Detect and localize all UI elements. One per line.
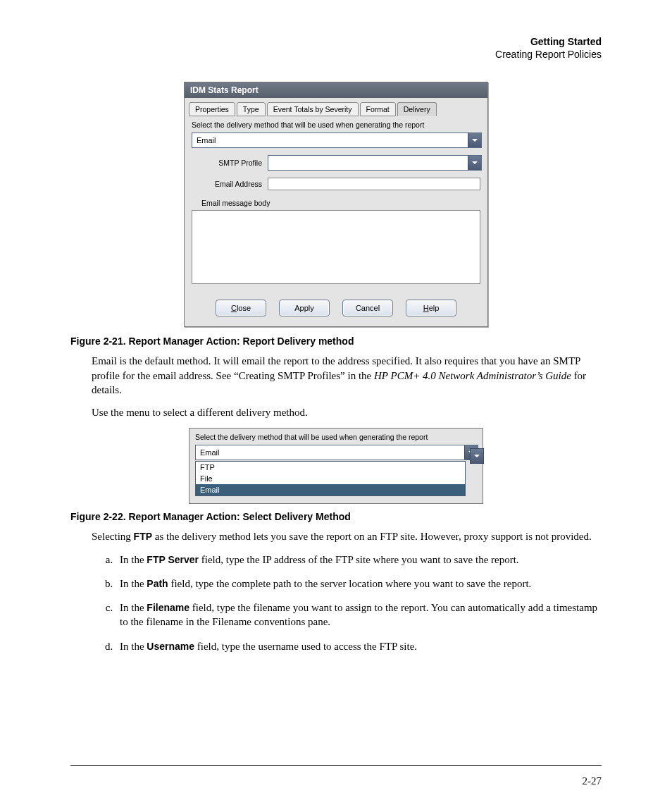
page-number: 2-27 (583, 775, 602, 787)
step-a: In the FTP Server field, type the IP add… (116, 553, 602, 567)
tab-format[interactable]: Format (360, 102, 396, 116)
dialog-button-bar: Close Apply Cancel Help (185, 291, 487, 326)
tab-delivery[interactable]: Delivery (397, 102, 437, 116)
step-b: In the Path field, type the complete pat… (116, 577, 602, 591)
option-file[interactable]: File (196, 473, 465, 484)
close-button[interactable]: Close (216, 300, 266, 316)
delivery-method-value-2: Email (196, 445, 464, 460)
delivery-dropdown-panel: Select the delivery method that will be … (189, 428, 483, 504)
paragraph-use-menu: Use the menu to select a different deliv… (92, 405, 602, 419)
report-delivery-dialog: IDM Stats Report Properties Type Event T… (184, 82, 488, 327)
delivery-method-combo-2[interactable]: Email (195, 445, 478, 460)
page-header: Getting Started Creating Report Policies (70, 35, 602, 61)
smtp-profile-label: SMTP Profile (192, 159, 268, 167)
email-body-textarea[interactable] (192, 210, 480, 284)
chevron-down-icon[interactable] (468, 133, 481, 147)
delivery-instruction-2: Select the delivery method that will be … (195, 433, 477, 441)
option-ftp[interactable]: FTP (196, 462, 465, 473)
chevron-down-icon[interactable] (468, 156, 481, 170)
delivery-instruction: Select the delivery method that will be … (192, 121, 480, 129)
delivery-dropdown-list[interactable]: FTP File Email (195, 461, 466, 496)
tab-type[interactable]: Type (237, 102, 266, 116)
cancel-button[interactable]: Cancel (342, 300, 393, 316)
figure-caption-22: Figure 2-22. Report Manager Action: Sele… (70, 511, 602, 522)
tab-bar: Properties Type Event Totals by Severity… (185, 98, 487, 116)
chevron-down-icon[interactable] (470, 448, 484, 464)
step-d: In the Username field, type the username… (116, 639, 602, 653)
email-address-input[interactable] (268, 178, 480, 190)
footer-rule (70, 765, 602, 766)
delivery-method-combo[interactable]: Email (192, 133, 482, 148)
delivery-method-value: Email (192, 133, 468, 147)
ftp-steps-list: In the FTP Server field, type the IP add… (97, 553, 602, 653)
email-body-label: Email message body (201, 199, 480, 207)
email-address-label: Email Address (192, 180, 268, 188)
smtp-profile-value (268, 156, 468, 170)
tab-properties[interactable]: Properties (189, 102, 235, 116)
paragraph-email-default: Email is the default method. It will ema… (92, 354, 602, 397)
tab-event-totals[interactable]: Event Totals by Severity (267, 102, 359, 116)
figure-caption-21: Figure 2-21. Report Manager Action: Repo… (70, 335, 602, 347)
header-title: Getting Started (70, 35, 602, 48)
dialog-title: IDM Stats Report (185, 82, 487, 98)
header-subtitle: Creating Report Policies (70, 48, 602, 61)
step-c: In the Filename field, type the filename… (116, 600, 602, 629)
smtp-profile-combo[interactable] (268, 155, 482, 171)
option-email[interactable]: Email (196, 484, 465, 495)
paragraph-ftp-select: Selecting FTP as the delivery method let… (92, 529, 602, 543)
apply-button[interactable]: Apply (279, 300, 330, 316)
help-button[interactable]: Help (406, 300, 456, 316)
